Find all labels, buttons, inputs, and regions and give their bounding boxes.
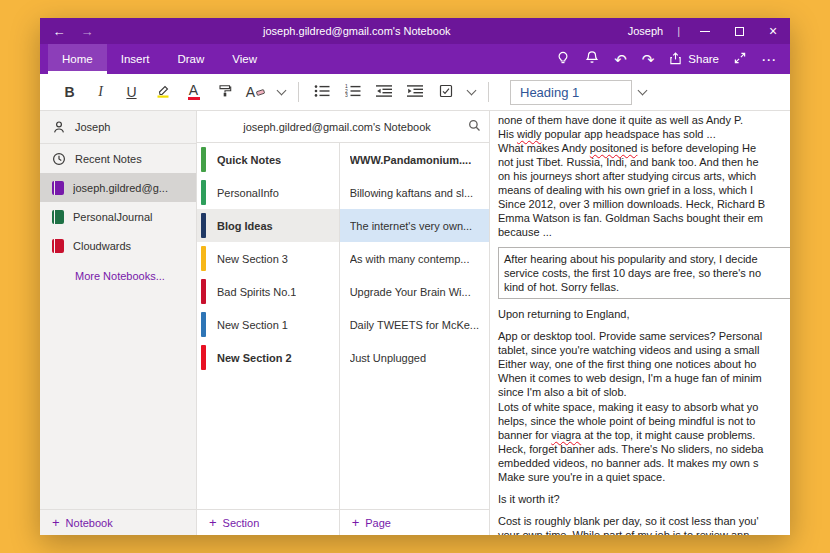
maximize-button[interactable] — [722, 18, 756, 44]
page-item-upgrade-your-brain-wi[interactable]: Upgrade Your Brain Wi... — [340, 275, 489, 308]
chevron-down-icon — [276, 86, 286, 96]
note-paragraph: Is it worth it? — [498, 492, 790, 506]
note-line: since I'm also a bit of slob. — [498, 385, 790, 399]
tab-view[interactable]: View — [218, 44, 271, 74]
section-item-new-section-3[interactable]: New Section 3 — [197, 242, 339, 275]
paragraph-options-chevron-button[interactable] — [461, 78, 481, 106]
close-icon: × — [769, 23, 777, 39]
section-color-bar — [201, 312, 206, 337]
style-selector[interactable]: Heading 1 — [510, 80, 632, 105]
sidebar-item-cloudwards[interactable]: Cloudwards — [40, 231, 196, 260]
page-item-www-pandamonium[interactable]: WWW.Pandamonium.... — [340, 143, 489, 176]
font-color-button[interactable]: A — [178, 78, 209, 106]
forward-arrow-icon: → — [81, 24, 94, 39]
page-item-billowing-kaftans-and-sl[interactable]: Billowing kaftans and sl... — [340, 176, 489, 209]
account-name[interactable]: Joseph — [614, 25, 677, 37]
sidebar-item-recent-notes[interactable]: Recent Notes — [40, 144, 196, 173]
section-label: New Section 1 — [217, 319, 288, 331]
italic-button[interactable]: I — [85, 78, 116, 106]
sidebar-item-label: Recent Notes — [75, 153, 142, 165]
plus-icon: + — [352, 516, 360, 529]
ribbon-overflow-button[interactable]: ⋯ — [761, 52, 776, 67]
sidebar: Joseph Recent Notesjoseph.gildred@g...Pe… — [40, 111, 197, 535]
note-line: because ... — [498, 225, 790, 239]
notebook-header[interactable]: joseph.gildred@gmail.com's Notebook — [197, 111, 489, 143]
note-paragraph: Upon returning to England, — [498, 307, 790, 321]
section-item-bad-spirits-no-1[interactable]: Bad Spirits No.1 — [197, 275, 339, 308]
titlebar-nav: ← → — [40, 18, 100, 44]
back-button[interactable]: ← — [46, 18, 72, 44]
note-line: embedded videos, no banner ads. It makes… — [498, 456, 790, 470]
outdent-button[interactable] — [368, 78, 399, 106]
new-page-button[interactable]: + Page — [340, 509, 489, 535]
new-section-button[interactable]: + Section — [197, 509, 339, 535]
bullet-list-icon — [314, 84, 330, 101]
numbered-list-button[interactable]: 123 — [337, 78, 368, 106]
redo-button[interactable]: ↷ — [642, 52, 655, 67]
pages-column: WWW.Pandamonium....Billowing kaftans and… — [340, 143, 489, 535]
sidebar-user[interactable]: Joseph — [40, 111, 196, 144]
style-selector-chevron-button[interactable] — [632, 78, 652, 106]
minimize-button[interactable] — [688, 18, 722, 44]
highlighter-button[interactable] — [147, 78, 178, 106]
font-options-chevron-button[interactable] — [271, 78, 291, 106]
undo-button[interactable]: ↶ — [614, 52, 627, 67]
more-notebooks-link[interactable]: More Notebooks... — [40, 260, 196, 282]
panel-columns: Quick NotesPersonalInfoBlog IdeasNew Sec… — [197, 143, 489, 535]
tab-home[interactable]: Home — [48, 44, 107, 74]
bold-button[interactable]: B — [54, 78, 85, 106]
page-item-daily-tweets-for-mcke[interactable]: Daily TWEETS for McKe... — [340, 308, 489, 341]
page-label: Daily TWEETS for McKe... — [350, 319, 479, 331]
page-label: Upgrade Your Brain Wi... — [350, 286, 471, 298]
titlebar-right: Joseph | × — [614, 18, 790, 44]
note-editor[interactable]: none of them have done it quite as well … — [490, 111, 790, 535]
search-icon — [468, 119, 481, 134]
clear-formatting-button[interactable]: A — [240, 78, 271, 106]
new-section-label: Section — [223, 517, 260, 529]
section-item-new-section-2[interactable]: New Section 2 — [197, 341, 339, 374]
new-notebook-button[interactable]: + Notebook — [40, 509, 196, 535]
forward-button[interactable]: → — [74, 18, 100, 44]
notifications-bell-button[interactable] — [585, 50, 599, 68]
todo-checkbox-button[interactable] — [430, 78, 461, 106]
page-item-just-unplugged[interactable]: Just Unplugged — [340, 341, 489, 374]
tell-me-lightbulb-button[interactable] — [556, 50, 570, 68]
tab-insert[interactable]: Insert — [107, 44, 164, 74]
note-line: When it comes to web design, I'm a huge … — [498, 371, 790, 385]
plus-icon: + — [52, 516, 60, 529]
search-button[interactable] — [459, 112, 489, 142]
new-page-label: Page — [365, 517, 391, 529]
format-painter-button[interactable] — [209, 78, 240, 106]
fullscreen-button[interactable] — [734, 50, 746, 68]
section-color-bar — [201, 246, 206, 271]
tab-draw[interactable]: Draw — [163, 44, 218, 74]
bold-icon: B — [64, 84, 74, 100]
sidebar-item-joseph-gildred-g[interactable]: joseph.gildred@g... — [40, 173, 196, 202]
section-item-blog-ideas[interactable]: Blog Ideas — [197, 209, 339, 242]
numbered-list-icon: 123 — [345, 84, 361, 101]
underline-icon: U — [126, 84, 136, 100]
page-item-the-internet-s-very-own[interactable]: The internet's very own... — [340, 209, 489, 242]
section-item-new-section-1[interactable]: New Section 1 — [197, 308, 339, 341]
note-line: Lots of white space, making it easy to a… — [498, 400, 790, 414]
sidebar-item-label: Cloudwards — [73, 240, 131, 252]
sidebar-item-personaljournal[interactable]: PersonalJournal — [40, 202, 196, 231]
note-line: Cost is roughly blank per day, so it cos… — [498, 514, 790, 528]
ribbon-tabs: HomeInsertDrawView — [40, 44, 271, 74]
bullet-list-button[interactable] — [306, 78, 337, 106]
lightbulb-icon — [556, 50, 570, 68]
indent-button[interactable] — [399, 78, 430, 106]
section-item-quick-notes[interactable]: Quick Notes — [197, 143, 339, 176]
underline-button[interactable]: U — [116, 78, 147, 106]
bell-icon — [585, 50, 599, 68]
section-item-personalinfo[interactable]: PersonalInfo — [197, 176, 339, 209]
page-label: As with many contemp... — [350, 253, 470, 265]
page-label: WWW.Pandamonium.... — [350, 154, 472, 166]
share-button[interactable]: Share — [669, 52, 719, 67]
sections-column: Quick NotesPersonalInfoBlog IdeasNew Sec… — [197, 143, 340, 535]
close-button[interactable]: × — [756, 18, 790, 44]
page-item-as-with-many-contemp[interactable]: As with many contemp... — [340, 242, 489, 275]
page-label: Billowing kaftans and sl... — [350, 187, 474, 199]
new-notebook-label: Notebook — [66, 517, 113, 529]
ellipsis-icon: ⋯ — [761, 52, 776, 67]
